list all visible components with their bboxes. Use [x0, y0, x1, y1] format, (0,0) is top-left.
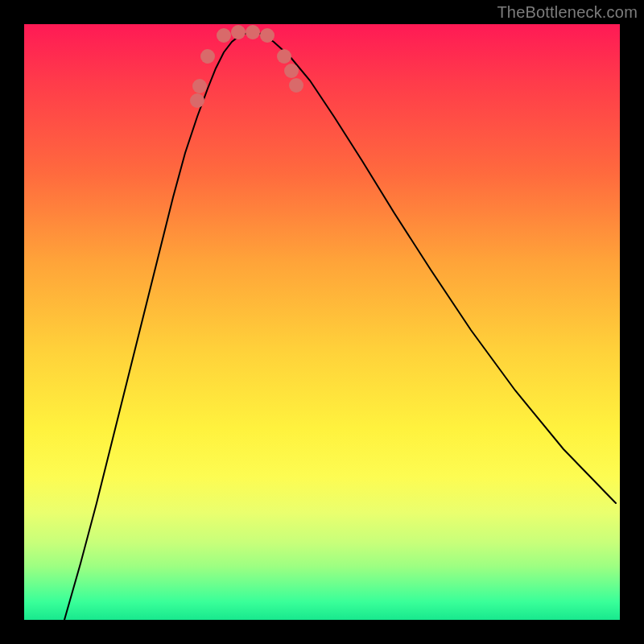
chart-marker [246, 25, 260, 39]
chart-marker [217, 28, 231, 43]
watermark-text: TheBottleneck.com [497, 3, 638, 22]
chart-curve [64, 32, 616, 620]
chart-marker [192, 79, 207, 93]
chart-marker [190, 93, 204, 108]
chart-svg [24, 24, 620, 620]
chart-marker [260, 28, 275, 43]
chart-frame: TheBottleneck.com [0, 0, 644, 644]
chart-plot-area [24, 24, 620, 620]
chart-marker [200, 49, 215, 64]
chart-marker [284, 64, 299, 78]
chart-marker [289, 78, 303, 93]
chart-marker [231, 25, 246, 39]
chart-marker [277, 49, 291, 64]
